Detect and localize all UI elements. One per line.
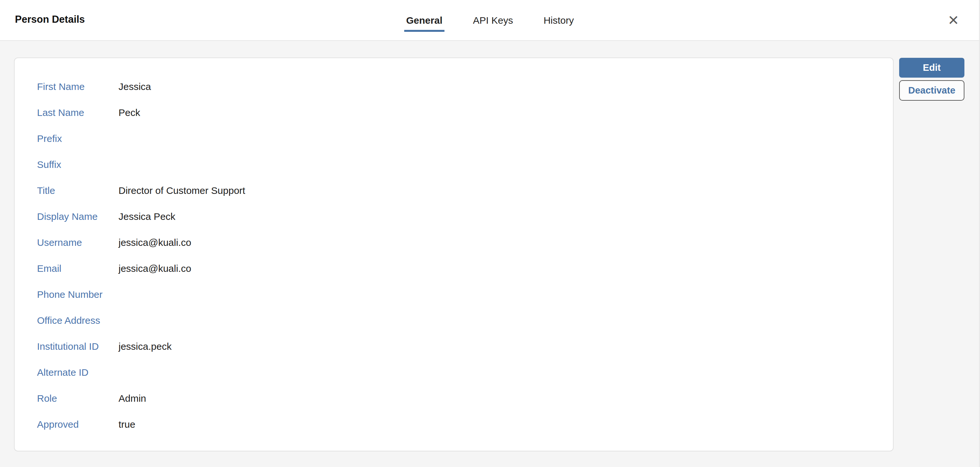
field-value: Peck	[119, 107, 140, 118]
field-label: Office Address	[37, 315, 119, 326]
field-value: jessica@kuali.co	[119, 263, 191, 274]
header-bar: Person Details General API Keys History …	[0, 0, 980, 41]
edit-button[interactable]: Edit	[899, 58, 964, 78]
field-row-office-address: Office Address	[14, 308, 893, 333]
field-value: Admin	[119, 393, 146, 404]
tab-bar: General API Keys History	[404, 0, 576, 41]
field-value: true	[119, 419, 135, 430]
field-label: Username	[37, 237, 119, 248]
field-label: Last Name	[37, 107, 119, 118]
person-details-card: First Name Jessica Last Name Peck Prefix…	[14, 57, 894, 451]
field-value: jessica.peck	[119, 341, 172, 352]
field-row-email: Email jessica@kuali.co	[14, 256, 893, 282]
field-label: Institutional ID	[37, 341, 119, 352]
field-label: Suffix	[37, 159, 119, 170]
field-label: Approved	[37, 419, 119, 430]
field-label: Role	[37, 393, 119, 404]
field-row-title: Title Director of Customer Support	[14, 178, 893, 204]
field-label: Title	[37, 185, 119, 196]
field-row-role: Role Admin	[14, 386, 893, 411]
tab-api-keys[interactable]: API Keys	[471, 14, 515, 32]
field-label: Phone Number	[37, 289, 119, 300]
field-value: Jessica Peck	[119, 211, 175, 222]
field-row-phone-number: Phone Number	[14, 282, 893, 308]
field-row-last-name: Last Name Peck	[14, 100, 893, 126]
deactivate-button[interactable]: Deactivate	[899, 80, 964, 101]
field-label: Display Name	[37, 211, 119, 222]
tab-history[interactable]: History	[542, 14, 576, 32]
person-details-page: Person Details General API Keys History …	[0, 0, 980, 467]
field-label: Email	[37, 263, 119, 274]
field-label: Prefix	[37, 133, 119, 144]
page-title: Person Details	[15, 14, 85, 26]
field-row-prefix: Prefix	[14, 126, 893, 151]
field-row-username: Username jessica@kuali.co	[14, 230, 893, 256]
tab-general[interactable]: General	[404, 14, 445, 32]
field-value: Jessica	[119, 81, 151, 92]
field-value: jessica@kuali.co	[119, 237, 191, 248]
field-label: First Name	[37, 81, 119, 92]
field-value: Director of Customer Support	[119, 185, 245, 196]
field-row-alternate-id: Alternate ID	[14, 360, 893, 386]
field-row-institutional-id: Institutional ID jessica.peck	[14, 333, 893, 360]
close-icon[interactable]: ✕	[945, 12, 961, 29]
field-label: Alternate ID	[37, 367, 119, 378]
field-row-display-name: Display Name Jessica Peck	[14, 204, 893, 230]
field-row-suffix: Suffix	[14, 151, 893, 178]
field-row-first-name: First Name Jessica	[14, 74, 893, 100]
field-row-approved: Approved true	[14, 411, 893, 437]
